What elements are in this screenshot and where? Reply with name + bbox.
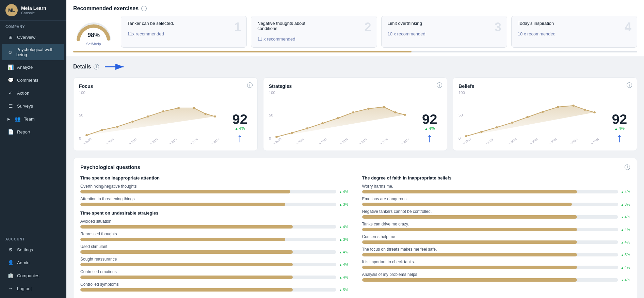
- psych-icon: ☺: [7, 49, 13, 55]
- psy-row-label: Used stimulant: [80, 244, 349, 249]
- psy-bar-fill: [80, 203, 285, 206]
- psy-right-row-5: The focus on threats makes me feel safe.…: [362, 247, 630, 257]
- companies-icon: 🏢: [7, 272, 14, 279]
- psy-row-label: Concerns help me: [362, 234, 630, 239]
- psy-section-strategies: Time spent on undesirable strategies Avo…: [80, 210, 349, 292]
- svg-text:Jul 2024: Jul 2024: [188, 138, 199, 144]
- gauge-wrap: 98% Self-help: [73, 17, 114, 46]
- sidebar-item-label: Log out: [17, 286, 32, 291]
- psy-right-row-6: It is important to check tanks. 4%: [362, 260, 630, 269]
- psy-right-row-1: Emotions are dangerous. 3%: [362, 197, 630, 206]
- app-subtitle: Console: [21, 11, 46, 15]
- report-icon: 📄: [7, 129, 14, 135]
- chart-card-focus: Focus i 100 50 0: [73, 77, 258, 151]
- details-info-icon[interactable]: i: [94, 64, 99, 69]
- rec-card-unit: x recommended: [522, 31, 556, 36]
- psy-pct: 4%: [339, 263, 348, 267]
- psy-bar-wrap: 4%: [362, 215, 630, 219]
- svg-text:Jul 2023: Jul 2023: [483, 138, 494, 144]
- psy-pct: 4%: [621, 278, 630, 282]
- psy-row-overthinking: Overthinking/negative thoughts 4%: [80, 184, 349, 194]
- sidebar-item-psychological-well-being[interactable]: ☺ Psychological well-being: [2, 44, 64, 60]
- psy-bar-bg: [362, 203, 618, 206]
- svg-point-54: [557, 106, 560, 108]
- sidebar-item-label: Admin: [17, 260, 30, 265]
- psy-section-attention: Time spent on inappropriate attention Ov…: [80, 175, 349, 206]
- svg-marker-5: [87, 108, 215, 135]
- svg-text:Apr 2024: Apr 2024: [166, 138, 178, 144]
- psy-row-symptoms: Controlled symptoms 5%: [80, 282, 349, 292]
- sidebar-item-label: Settings: [17, 247, 33, 252]
- sidebar-item-analyze[interactable]: 📊 Analyze: [2, 61, 64, 73]
- details-title: Details: [73, 64, 91, 70]
- rec-card-rank: 3: [495, 20, 501, 34]
- psy-right-row-3: Tanks can drive me crazy. 4%: [362, 222, 630, 232]
- psy-bar-wrap: 4%: [80, 190, 349, 194]
- psy-bar-wrap: 4%: [362, 190, 630, 194]
- psy-bar-wrap: 4%: [80, 250, 349, 254]
- svg-point-6: [85, 134, 88, 136]
- psy-bar-fill: [362, 215, 577, 219]
- sidebar-item-companies[interactable]: 🏢 Companies: [2, 269, 64, 282]
- psy-strategies-title: Time spent on undesirable strategies: [80, 210, 349, 216]
- psy-row-label: Repressed thoughts: [80, 232, 349, 236]
- svg-point-36: [404, 114, 406, 116]
- psy-row-emotions: Controlled emotions 4%: [80, 269, 349, 279]
- svg-point-13: [193, 107, 195, 109]
- psy-row-label: Worry harms me.: [362, 184, 630, 189]
- sidebar-item-surveys[interactable]: ☰ Surveys: [2, 100, 64, 112]
- sidebar-item-team[interactable]: ▶ 👥 Team: [2, 113, 64, 125]
- chart-info-focus[interactable]: i: [247, 82, 253, 88]
- svg-text:Jan 2024: Jan 2024: [337, 138, 349, 144]
- sidebar-item-action[interactable]: ✓ Action: [2, 87, 64, 99]
- psy-bar-fill: [80, 276, 293, 279]
- sidebar-item-overview[interactable]: ⊞ Overview: [2, 31, 64, 43]
- svg-point-30: [321, 122, 324, 124]
- team-icon: 👥: [14, 116, 20, 122]
- gauge-value: 98%: [87, 32, 100, 38]
- psy-bar-wrap: 5%: [80, 288, 349, 292]
- sidebar-item-comments[interactable]: 💬 Comments: [2, 74, 64, 86]
- svg-point-57: [594, 111, 596, 113]
- scrollbar-thumb: [73, 51, 412, 52]
- svg-point-49: [480, 131, 483, 133]
- expand-icon: ▶: [7, 117, 10, 121]
- svg-text:Oct 2024: Oct 2024: [398, 138, 410, 144]
- psy-bar-wrap: 4%: [362, 240, 630, 244]
- psy-row-label: Controlled emotions: [80, 269, 349, 274]
- main-content: Recommended exercises i 98% Self-help 1: [66, 0, 644, 298]
- rec-card-title: Negative thoughts about conditions: [257, 21, 312, 31]
- svg-text:Apr 2024: Apr 2024: [356, 138, 368, 144]
- psy-bar-wrap: 4%: [80, 275, 349, 279]
- blue-arrow: [103, 62, 127, 72]
- sidebar-item-report[interactable]: 📄 Report: [2, 126, 64, 138]
- details-section: Details i Focus i 100 50 0: [66, 56, 644, 298]
- psy-bar-bg: [362, 240, 618, 244]
- rec-card-2: 2 Negative thoughts about conditions 11 …: [251, 16, 377, 48]
- psy-right-row-2: Negative tankers cannot be controlled. 4…: [362, 209, 630, 219]
- overview-icon: ⊞: [7, 34, 14, 40]
- gauge-label: Self-help: [86, 42, 101, 46]
- psy-row-label: Analysis of my problems helps: [362, 272, 630, 277]
- chart-info-beliefs[interactable]: i: [627, 82, 632, 88]
- sidebar-item-settings[interactable]: ⚙ Settings: [2, 244, 64, 256]
- psy-pct: 5%: [339, 288, 348, 292]
- psy-row-repressed: Repressed thoughts 3%: [80, 232, 349, 241]
- svg-point-31: [337, 117, 339, 119]
- svg-text:Jan 2024: Jan 2024: [147, 138, 159, 144]
- svg-text:0: 0: [458, 137, 461, 140]
- recommended-info-icon[interactable]: i: [141, 6, 147, 11]
- beliefs-up-arrow: ↑: [608, 131, 631, 145]
- svg-text:100: 100: [269, 91, 275, 95]
- svg-point-29: [306, 127, 308, 129]
- chart-info-strategies[interactable]: i: [437, 82, 442, 88]
- psy-bar-bg: [362, 278, 618, 282]
- psy-row-label: Attention to threatening things: [80, 197, 349, 201]
- psy-info-icon[interactable]: i: [625, 164, 630, 170]
- sidebar-item-admin[interactable]: 👤 Admin: [2, 256, 64, 269]
- svg-point-55: [573, 105, 575, 107]
- psy-bar-bg: [80, 238, 336, 241]
- sidebar-item-logout[interactable]: → Log out: [2, 282, 64, 295]
- psy-bar-fill: [80, 225, 293, 229]
- sidebar-item-label: Comments: [17, 78, 38, 83]
